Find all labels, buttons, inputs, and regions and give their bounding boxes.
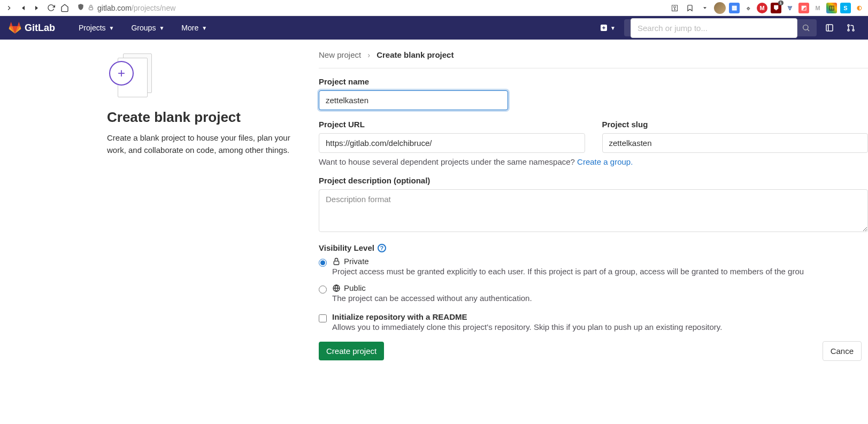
svg-marker-1 bbox=[703, 7, 706, 9]
extension-icon-skype[interactable]: S bbox=[840, 3, 851, 13]
svg-point-3 bbox=[803, 25, 808, 30]
extension-icon-7[interactable]: ◐ bbox=[854, 3, 865, 13]
left-panel: + Create blank project Create a blank pr… bbox=[0, 50, 319, 361]
header-search[interactable] bbox=[624, 19, 817, 36]
chevron-down-icon: ▼ bbox=[159, 25, 164, 31]
search-icon bbox=[802, 24, 810, 32]
breadcrumb: New project › Create blank project bbox=[319, 50, 868, 59]
address-text: gitlab.com/projects/new bbox=[97, 4, 175, 12]
page-description: Create a blank project to house your fil… bbox=[107, 132, 297, 156]
svg-point-5 bbox=[848, 25, 849, 26]
main-content: + Create blank project Create a blank pr… bbox=[0, 40, 868, 382]
home-button[interactable] bbox=[59, 2, 71, 14]
nav-projects[interactable]: Projects▼ bbox=[70, 16, 122, 40]
gitlab-logo[interactable]: GitLab bbox=[9, 21, 55, 34]
create-group-link[interactable]: Create a group. bbox=[577, 157, 633, 166]
reload-button[interactable] bbox=[45, 2, 57, 14]
project-name-label: Project name bbox=[319, 77, 508, 86]
form-panel: New project › Create blank project Proje… bbox=[319, 50, 868, 361]
shield-icon bbox=[77, 3, 85, 12]
readme-checkbox[interactable] bbox=[319, 314, 327, 322]
svg-rect-4 bbox=[826, 25, 833, 31]
plus-icon bbox=[600, 24, 608, 32]
address-bar[interactable]: gitlab.com/projects/new bbox=[73, 2, 667, 14]
project-desc-label: Project description (optional) bbox=[319, 176, 868, 185]
breadcrumb-separator: › bbox=[367, 50, 370, 59]
readme-option[interactable]: Initialize repository with a README Allo… bbox=[319, 312, 868, 332]
project-name-input[interactable] bbox=[319, 90, 508, 110]
issues-icon[interactable] bbox=[821, 23, 838, 33]
search-input[interactable] bbox=[631, 18, 797, 38]
visibility-label: Visibility Level ? bbox=[319, 243, 868, 252]
svg-rect-8 bbox=[334, 261, 339, 265]
extension-icon-ublock[interactable]: ⛊1 bbox=[771, 3, 781, 13]
visibility-private-radio[interactable] bbox=[319, 259, 327, 267]
plus-circle-icon: + bbox=[109, 61, 134, 86]
profile-avatar[interactable] bbox=[714, 2, 726, 14]
project-url-value[interactable]: https://gitlab.com/delchibruce/ bbox=[319, 133, 585, 153]
breadcrumb-root[interactable]: New project bbox=[319, 50, 361, 59]
back-button[interactable] bbox=[3, 2, 15, 14]
project-slug-input[interactable] bbox=[602, 133, 869, 153]
extension-icon-2[interactable]: ⟐ bbox=[743, 3, 754, 13]
project-url-label: Project URL bbox=[319, 120, 585, 129]
visibility-private[interactable]: Private Project access must be granted e… bbox=[319, 257, 868, 276]
extension-icon-6[interactable]: ◫ bbox=[826, 3, 837, 13]
divider bbox=[319, 68, 868, 68]
header-nav: Projects▼ Groups▼ More▼ bbox=[70, 16, 216, 40]
gitlab-icon bbox=[9, 21, 21, 34]
svg-point-7 bbox=[852, 29, 854, 31]
new-menu[interactable]: ▼ bbox=[595, 21, 620, 34]
svg-point-6 bbox=[848, 29, 849, 31]
ffwd-button[interactable] bbox=[31, 2, 43, 14]
globe-icon bbox=[332, 284, 341, 292]
bookmarks-menu-icon[interactable] bbox=[699, 2, 711, 14]
gitlab-header: GitLab Projects▼ Groups▼ More▼ ▼ bbox=[0, 16, 868, 40]
visibility-private-title: Private bbox=[344, 257, 369, 266]
merge-requests-icon[interactable] bbox=[842, 23, 859, 33]
chevron-down-icon: ▼ bbox=[610, 25, 616, 31]
chevron-down-icon: ▼ bbox=[109, 25, 114, 31]
extension-icon-5[interactable]: M bbox=[812, 3, 823, 13]
extension-icon-mega[interactable]: M bbox=[757, 3, 767, 13]
cancel-button[interactable]: Cance bbox=[823, 341, 862, 361]
svg-rect-0 bbox=[89, 7, 93, 10]
browser-toolbar: gitlab.com/projects/new ⚿ ▦ ⟐ M ⛊1 ⩔ ◩ M… bbox=[0, 0, 868, 16]
lock-icon bbox=[88, 4, 94, 12]
rewind-button[interactable] bbox=[17, 2, 29, 14]
blank-project-illustration: + bbox=[107, 50, 155, 98]
visibility-public-desc: The project can be accessed without any … bbox=[332, 294, 868, 303]
extension-icon-4[interactable]: ◩ bbox=[798, 3, 809, 13]
extension-icon-3[interactable]: ⩔ bbox=[785, 3, 795, 13]
readme-label: Initialize repository with a README bbox=[332, 312, 868, 321]
extension-icon-1[interactable]: ▦ bbox=[729, 3, 740, 13]
help-icon[interactable]: ? bbox=[378, 244, 386, 252]
visibility-private-desc: Project access must be granted explicitl… bbox=[332, 267, 868, 276]
key-icon[interactable]: ⚿ bbox=[669, 2, 681, 14]
project-desc-input[interactable] bbox=[319, 189, 868, 232]
visibility-public-title: Public bbox=[344, 283, 366, 292]
visibility-public-radio[interactable] bbox=[319, 286, 327, 294]
chevron-down-icon: ▼ bbox=[202, 25, 207, 31]
visibility-public[interactable]: Public The project can be accessed witho… bbox=[319, 283, 868, 303]
page-title: Create blank project bbox=[107, 109, 297, 126]
nav-groups[interactable]: Groups▼ bbox=[122, 16, 173, 40]
create-project-button[interactable]: Create project bbox=[319, 342, 384, 360]
bookmark-icon[interactable] bbox=[684, 2, 696, 14]
breadcrumb-current: Create blank project bbox=[377, 50, 454, 59]
lock-icon bbox=[332, 257, 341, 266]
namespace-help: Want to house several dependent projects… bbox=[319, 157, 868, 166]
brand-text: GitLab bbox=[25, 22, 55, 34]
readme-desc: Allows you to immediately clone this pro… bbox=[332, 322, 868, 332]
nav-more[interactable]: More▼ bbox=[173, 16, 216, 40]
project-slug-label: Project slug bbox=[602, 120, 869, 129]
